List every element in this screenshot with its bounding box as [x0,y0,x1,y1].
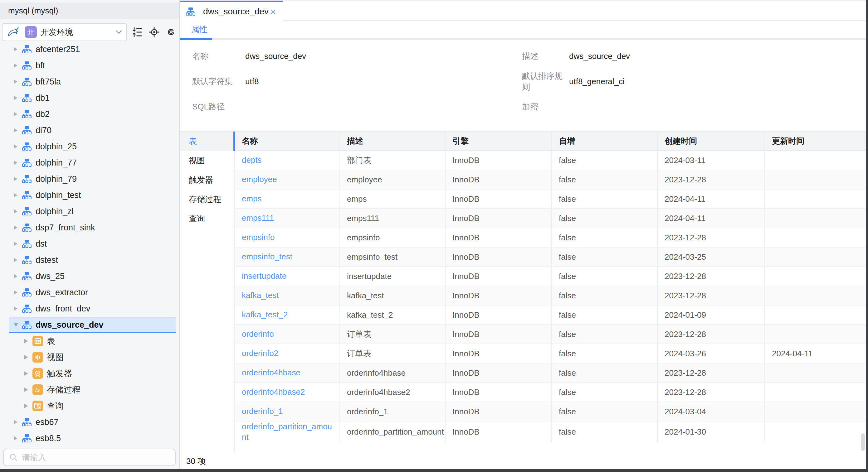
tab-properties[interactable]: 属性 [191,21,208,38]
table-cell [765,209,866,228]
sidebar-item-dolphin_77[interactable]: dolphin_77 [9,155,176,171]
sidebar-item-视图[interactable]: 视图 [9,349,176,365]
tab-dws-source-dev[interactable]: dws_source_dev × [180,1,283,21]
table-cell [765,364,866,382]
sidebar-item-dolphin_25[interactable]: dolphin_25 [9,138,176,155]
caret-collapsed-icon[interactable] [14,290,18,295]
caret-collapsed-icon[interactable] [14,63,18,68]
link-icon[interactable] [165,26,177,38]
sidebar-item-dolphin_79[interactable]: dolphin_79 [9,171,176,187]
table-name-link[interactable]: employee [235,170,340,189]
db-icon [22,417,32,427]
table-cell [765,422,866,443]
table-name-link[interactable]: orderinfo4hbase [235,364,340,382]
sidebar-item-dsp7_front_sink[interactable]: dsp7_front_sink [9,220,176,236]
sidebar-item-dws_extractor[interactable]: dws_extractor [9,284,176,301]
caret-collapsed-icon[interactable] [14,144,18,149]
sidebar-item-dws_front_dev[interactable]: dws_front_dev [9,301,176,317]
side-tab-查询[interactable]: 查询 [180,209,234,228]
caret-collapsed-icon[interactable] [14,161,18,165]
sort-icon[interactable] [131,26,143,38]
sidebar-item-db2[interactable]: db2 [9,106,176,122]
caret-collapsed-icon[interactable] [24,339,28,343]
environment-selector[interactable]: 开 开发环境 [2,23,127,41]
caret-collapsed-icon[interactable] [14,209,18,213]
sidebar-item-表[interactable]: 表 [9,333,176,349]
table-name-link[interactable]: emps111 [235,209,340,228]
sidebar-item-label: db2 [36,109,50,119]
search-input[interactable] [22,453,170,462]
caret-collapsed-icon[interactable] [14,226,18,230]
sidebar-item-dolphin_zl[interactable]: dolphin_zl [9,203,176,220]
sidebar-item-db1[interactable]: db1 [9,90,176,106]
caret-collapsed-icon[interactable] [14,306,18,311]
db-icon [22,255,32,265]
table-name-link[interactable]: orderinfo_1 [235,402,340,421]
caret-collapsed-icon[interactable] [14,242,18,246]
caret-expanded-icon[interactable] [14,323,18,327]
close-icon[interactable]: × [269,6,277,17]
db-icon [22,44,32,54]
caret-collapsed-icon[interactable] [14,128,18,133]
table-name-link[interactable]: insertupdate [235,267,340,285]
caret-collapsed-icon[interactable] [14,112,18,116]
sidebar-item-dst[interactable]: dst [9,236,176,252]
side-tab-表[interactable]: 表 [180,132,234,151]
sidebar-item-dolphin_test[interactable]: dolphin_test [9,187,176,203]
tables-icon [32,336,43,346]
table-cell: kafka_test [340,286,445,305]
caret-collapsed-icon[interactable] [14,96,18,100]
sidebar-item-bft75la[interactable]: bft75la [9,74,176,90]
sidebar-item-bft[interactable]: bft [9,57,176,74]
caret-collapsed-icon[interactable] [14,79,18,84]
properties-panel: 名称dws_source_dev描述dws_source_dev默认字符集utf… [180,40,866,131]
table-cell: orderinfo_1 [340,402,445,421]
property-cell: SQL路径 [180,101,522,112]
property-value: utf8_general_ci [569,77,625,87]
views-icon [32,352,43,363]
table-name-link[interactable]: depts [235,151,340,170]
table-cell [765,190,866,208]
sidebar-item-查询[interactable]: 查询 [9,398,176,414]
sidebar-item-dws_25[interactable]: dws_25 [9,268,176,284]
table-cell: 2024-03-25 [658,247,765,266]
sidebar-item-dws_source_dev[interactable]: dws_source_dev [9,317,176,333]
sidebar-item-label: bft75la [36,77,61,87]
caret-collapsed-icon[interactable] [24,355,28,360]
caret-collapsed-icon[interactable] [14,420,18,424]
table-cell: InnoDB [445,364,552,382]
sidebar-item-di70[interactable]: di70 [9,122,176,138]
caret-collapsed-icon[interactable] [14,47,18,52]
caret-collapsed-icon[interactable] [14,258,18,262]
side-tab-存储过程[interactable]: 存储过程 [180,190,234,209]
table-name-link[interactable]: emps [235,190,340,208]
table-name-link[interactable]: kafka_test_2 [235,306,340,324]
sidebar-item-esb8.5[interactable]: esb8.5 [9,430,176,446]
side-tab-视图[interactable]: 视图 [180,151,234,170]
table-name-link[interactable]: orderinfo [235,325,340,343]
property-cell: 描述dws_source_dev [522,51,866,62]
table-name-link[interactable]: orderinfo_partition_amount [235,422,340,443]
side-tab-触发器[interactable]: 触发器 [180,170,234,190]
table-name-link[interactable]: empsinfo [235,228,340,247]
caret-collapsed-icon[interactable] [14,193,18,197]
caret-collapsed-icon[interactable] [14,177,18,181]
caret-collapsed-icon[interactable] [24,404,28,408]
property-row: 默认字符集utf8默认排序规则utf8_general_ci [180,69,866,94]
caret-collapsed-icon[interactable] [24,387,28,392]
sidebar-item-触发器[interactable]: 触发器 [9,365,176,381]
caret-collapsed-icon[interactable] [14,274,18,278]
sidebar-item-label: esb8.5 [36,434,61,443]
table-name-link[interactable]: kafka_test [235,286,340,305]
locate-icon[interactable] [148,26,160,38]
caret-collapsed-icon[interactable] [14,436,18,440]
scrollbar-thumb[interactable] [861,433,865,451]
sidebar-item-dstest[interactable]: dstest [9,252,176,268]
table-name-link[interactable]: orderinfo2 [235,344,340,363]
sidebar-item-存储过程[interactable]: fx存储过程 [9,381,176,398]
sidebar-item-esb67[interactable]: esb67 [9,414,176,430]
sidebar-item-afcenter251[interactable]: afcenter251 [9,41,176,57]
caret-collapsed-icon[interactable] [24,371,28,376]
table-name-link[interactable]: empsinfo_test [235,247,340,266]
table-name-link[interactable]: orderinfo4hbase2 [235,383,340,402]
